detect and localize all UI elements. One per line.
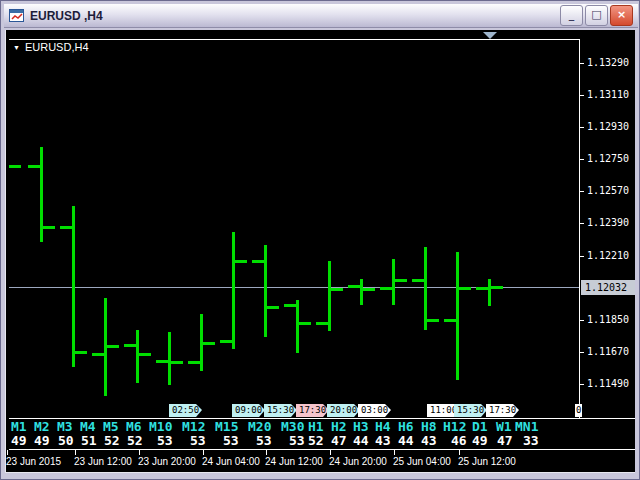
timeframe-value: 44 xyxy=(353,434,369,447)
timeframe-label: H4 xyxy=(375,420,391,433)
ohlc-close-tick xyxy=(139,353,151,356)
ohlc-open-tick xyxy=(220,340,232,343)
timeframe-label: M2 xyxy=(34,420,50,433)
timeframe-label: M10 xyxy=(149,420,172,433)
timeframe-value: 53 xyxy=(289,434,305,447)
timeframe-value: 49 xyxy=(34,434,50,447)
ohlc-bar-range xyxy=(424,247,427,330)
timeframe-panel-bottom-border xyxy=(9,449,635,450)
date-axis-label: 23 Jun 20:00 xyxy=(138,456,196,468)
price-axis-tick xyxy=(579,320,584,321)
timeframe-value: 53 xyxy=(256,434,272,447)
timeframe-label: M4 xyxy=(80,420,96,433)
price-axis-tick xyxy=(579,191,584,192)
ohlc-close-tick xyxy=(427,319,439,322)
ohlc-open-tick xyxy=(316,322,328,325)
timeframe-label: M1 xyxy=(11,420,27,433)
timeframe-value: 46 xyxy=(451,434,467,447)
timeframe-label: M5 xyxy=(103,420,119,433)
ohlc-open-tick xyxy=(92,353,104,356)
current-price-box: 1.12032 xyxy=(581,280,635,295)
date-axis-tick xyxy=(203,450,204,455)
ohlc-bar-range xyxy=(392,259,395,305)
ohlc-close-tick xyxy=(107,345,119,348)
ohlc-bar-range xyxy=(232,232,235,349)
timeframe-label: H1 xyxy=(308,420,324,433)
timeframe-value: 43 xyxy=(421,434,437,447)
ohlc-open-tick xyxy=(284,304,296,307)
date-axis-tick xyxy=(330,450,331,455)
timeframe-label: D1 xyxy=(472,420,488,433)
ohlc-bar-range xyxy=(264,245,267,337)
price-axis-tick xyxy=(579,95,584,96)
timeframe-label: H2 xyxy=(331,420,347,433)
ohlc-close-tick xyxy=(459,287,471,290)
ohlc-close-tick xyxy=(9,165,21,168)
ohlc-open-tick xyxy=(28,165,40,168)
time-tag: 17:30 xyxy=(486,404,519,417)
ohlc-close-tick xyxy=(267,306,279,309)
price-axis-tick xyxy=(579,159,584,160)
ohlc-close-tick xyxy=(299,322,311,325)
price-axis-tick xyxy=(579,256,584,257)
ohlc-close-tick xyxy=(491,286,503,289)
ohlc-open-tick xyxy=(412,279,424,282)
date-axis-label: 25 Jun 12:00 xyxy=(458,456,516,468)
time-tag: 09:00 xyxy=(232,404,265,417)
price-axis-label: 1.12210 xyxy=(587,250,629,262)
chart-shift-icon xyxy=(483,32,497,39)
timeframe-value: 52 xyxy=(127,434,143,447)
timeframe-value: 47 xyxy=(497,434,513,447)
date-axis-tick xyxy=(266,450,267,455)
timeframe-label: M20 xyxy=(248,420,271,433)
date-axis-label: 23 Jun 12:00 xyxy=(74,456,132,468)
timeframe-label: M3 xyxy=(57,420,73,433)
price-axis-label: 1.11850 xyxy=(587,314,629,326)
plot-area[interactable] xyxy=(9,39,579,418)
ohlc-close-tick xyxy=(203,342,215,345)
timeframe-label: H6 xyxy=(398,420,414,433)
price-axis-tick xyxy=(579,223,584,224)
ohlc-close-tick xyxy=(75,351,87,354)
ohlc-close-tick xyxy=(171,361,183,364)
timeframe-value: 47 xyxy=(331,434,347,447)
timeframe-value: 44 xyxy=(398,434,414,447)
price-axis-border xyxy=(579,39,580,419)
timeframe-value: 49 xyxy=(11,434,27,447)
ohlc-bar-range xyxy=(136,330,139,383)
price-axis-label: 1.12390 xyxy=(587,217,629,229)
ohlc-open-tick xyxy=(348,285,360,288)
date-axis-label: 24 Jun 20:00 xyxy=(329,456,387,468)
ohlc-bar-range xyxy=(72,206,75,367)
date-axis-tick xyxy=(75,450,76,455)
ohlc-bar-range xyxy=(296,300,299,353)
timeframe-value: 52 xyxy=(308,434,324,447)
date-axis-tick xyxy=(7,450,8,455)
price-axis-label: 1.12750 xyxy=(587,153,629,165)
ohlc-open-tick xyxy=(252,260,264,263)
date-axis-label: 23 Jun 2015 xyxy=(6,456,61,468)
timeframe-label: H3 xyxy=(353,420,369,433)
ohlc-close-tick xyxy=(331,288,343,291)
timeframe-value: 50 xyxy=(58,434,74,447)
price-axis-label: 1.12570 xyxy=(587,185,629,197)
timeframe-label: M12 xyxy=(182,420,205,433)
timeframe-value: 43 xyxy=(375,434,391,447)
price-axis-label: 1.11670 xyxy=(587,346,629,358)
chart-window: EURUSD ,H4 _ □ × ▼ EURUSD,H4 1.12032 1.1… xyxy=(0,0,640,480)
date-axis-label: 25 Jun 04:00 xyxy=(393,456,451,468)
timeframe-value: 52 xyxy=(104,434,120,447)
price-axis-label: 1.11490 xyxy=(587,378,629,390)
date-axis-tick xyxy=(459,450,460,455)
ohlc-bar-range xyxy=(360,279,363,305)
ohlc-bar-range xyxy=(168,332,171,385)
ohlc-bar-range xyxy=(456,252,459,380)
ohlc-close-tick xyxy=(43,226,55,229)
timeframe-label: H12 xyxy=(443,420,466,433)
timeframe-value: 33 xyxy=(523,434,539,447)
price-axis-tick xyxy=(579,127,584,128)
ohlc-open-tick xyxy=(124,344,136,347)
timeframe-value: 49 xyxy=(472,434,488,447)
time-tag: 03:00 xyxy=(358,404,391,417)
timeframe-label: W1 xyxy=(496,420,512,433)
